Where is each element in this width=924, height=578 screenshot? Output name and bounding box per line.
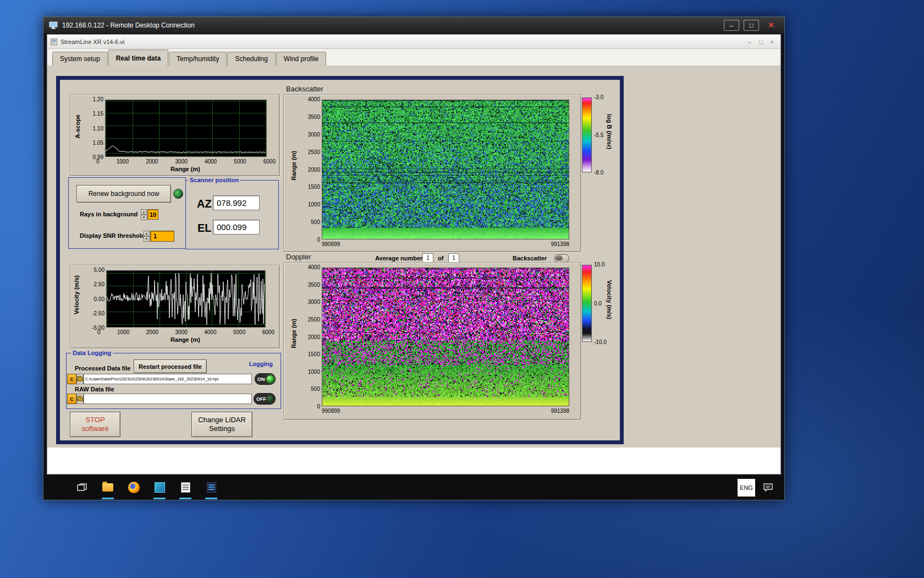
task-view-button[interactable] — [75, 475, 89, 500]
rdp-titlebar: 192.168.0.122 - Remote Desktop Connectio… — [43, 17, 784, 34]
rdp-window-title: 192.168.0.122 - Remote Desktop Connectio… — [62, 21, 195, 29]
backscatter-colorbar — [582, 97, 592, 172]
backscatter-plot-frame: Range (m) 400035003000250020001500100050… — [283, 94, 581, 252]
average-count-field[interactable]: 1 — [448, 253, 459, 263]
tick-label: 6000 — [262, 329, 274, 335]
scanner-position-title: Scanner position — [188, 176, 240, 184]
tab-wind-profile[interactable]: Wind profile — [276, 52, 326, 66]
change-lidar-settings-button[interactable]: Change LiDAR Settings — [191, 412, 252, 437]
close-button[interactable]: × — [763, 20, 779, 30]
average-number-field[interactable]: 1 — [422, 253, 433, 263]
ascope-plot-frame: A-scope 1.201.151.101.050.99 01000200030… — [70, 94, 280, 176]
rdp-window: 192.168.0.122 - Remote Desktop Connectio… — [43, 17, 785, 500]
of-label: of — [438, 255, 443, 261]
tick-label: 1.05 — [93, 140, 103, 146]
data-viewer-button[interactable] — [205, 475, 218, 500]
off-led-icon — [267, 395, 274, 402]
tab-system-setup[interactable]: System setup — [52, 52, 108, 66]
minimize-button[interactable]: – — [724, 20, 739, 31]
ascope-x-axis-label: Range (m) — [105, 166, 266, 172]
tick-label: -8.0 — [594, 170, 603, 176]
doppler-heatmap-canvas — [322, 268, 569, 406]
tick-label: 0 — [96, 159, 100, 165]
tab-scheduling[interactable]: Scheduling — [227, 52, 275, 66]
raw-data-file-path[interactable] — [84, 394, 252, 404]
photos-button[interactable] — [153, 475, 166, 500]
app-restore-button[interactable]: □ — [759, 39, 763, 45]
backscatter-x-end: 991398 — [531, 241, 569, 247]
tick-label: 0 — [317, 403, 320, 410]
tab-real-time-data[interactable]: Real time data — [108, 50, 168, 66]
ascope-y-ticks: 1.201.151.101.050.99 — [84, 96, 103, 160]
tab-temp-humidity[interactable]: Temp/humidity — [169, 52, 227, 66]
tick-label: 2500 — [308, 149, 320, 155]
processed-data-file-label: Processed Data file — [75, 365, 131, 372]
tick-label: -3.0 — [594, 94, 603, 100]
processed-data-file-path[interactable]: C:\Lidar\Data\Proc\2023\202309\20230914\… — [84, 374, 252, 384]
action-center-icon[interactable] — [763, 483, 773, 492]
processed-drive-badge: C — [67, 374, 76, 384]
scan-scheduler-icon — [181, 482, 190, 493]
settings-button-line1: Change LiDAR — [198, 416, 246, 424]
maximize-button[interactable]: □ — [744, 20, 759, 31]
rays-spinner[interactable]: ▲ ▼ — [141, 209, 147, 220]
spin-down-icon[interactable]: ▼ — [141, 215, 147, 220]
background-controls-box: Renew background now Rays in background … — [68, 177, 186, 249]
data-viewer-icon — [207, 482, 216, 493]
tick-label: 3500 — [308, 282, 320, 288]
folder-icon — [77, 377, 83, 381]
raw-browse-button[interactable] — [76, 394, 84, 404]
el-value-field[interactable]: 000.099 — [213, 220, 260, 235]
task-view-icon — [77, 483, 87, 492]
processed-logging-toggle[interactable]: ON — [255, 373, 276, 385]
tick-label: 1500 — [308, 351, 320, 357]
tick-label: 4000 — [308, 264, 320, 270]
tick-label: -10.0 — [594, 339, 607, 345]
doppler-title: Doppler — [286, 253, 311, 261]
renew-background-button[interactable]: Renew background now — [76, 185, 171, 203]
data-logging-title: Data Logging — [71, 349, 113, 357]
backscatter-title: Backscatter — [286, 85, 323, 93]
stop-button-line1: STOP — [85, 416, 105, 424]
snr-threshold-field[interactable]: 1 — [150, 231, 174, 242]
velocity-y-axis-label: Velocity (m/s) — [73, 275, 80, 314]
ascope-plot — [105, 100, 267, 157]
language-indicator[interactable]: ENG — [738, 479, 755, 497]
backscatter-y-axis-label: Range (m) — [290, 151, 297, 181]
ascope-x-ticks: 0100020003000400050006000 — [96, 159, 276, 165]
logging-label: Logging — [249, 361, 273, 367]
backscatter-display-toggle[interactable] — [554, 254, 569, 263]
tick-label: 1000 — [308, 201, 320, 208]
doppler-plot — [322, 268, 569, 406]
app-close-button[interactable]: × — [771, 39, 774, 45]
tick-label: 500 — [311, 386, 320, 392]
az-value-field[interactable]: 078.992 — [213, 195, 260, 210]
spin-up-icon[interactable]: ▲ — [144, 231, 150, 236]
app-titlebar: StreamLine XR v14-6.vi – □ × — [47, 35, 780, 49]
remote-screen: StreamLine XR v14-6.vi – □ × System setu… — [43, 34, 784, 500]
firefox-button[interactable] — [127, 475, 140, 500]
file-explorer-button[interactable] — [101, 475, 114, 500]
stop-software-button[interactable]: STOP software — [70, 412, 120, 437]
spin-down-icon[interactable]: ▼ — [144, 236, 150, 242]
backscatter-heatmap-canvas — [322, 100, 569, 239]
snr-spinner[interactable]: ▲ ▼ — [144, 231, 150, 242]
tick-label: 500 — [311, 219, 320, 225]
tick-label: 1.20 — [93, 96, 103, 102]
velocity-plot-frame: Velocity (m/s) 5.002.500.00-2.50-5.00 01… — [70, 265, 280, 348]
processed-browse-button[interactable] — [76, 374, 84, 384]
doppler-x-start: 990899 — [322, 408, 340, 414]
scan-scheduler-button[interactable] — [179, 475, 192, 500]
raw-data-file-label: RAW Data file — [75, 386, 114, 392]
rays-in-background-label: Rays in background — [80, 211, 138, 217]
rays-in-background-field[interactable]: 10 — [147, 209, 158, 220]
tick-label: 2000 — [146, 159, 158, 165]
spin-up-icon[interactable]: ▲ — [141, 209, 147, 215]
raw-logging-toggle[interactable]: OFF — [254, 393, 276, 405]
doppler-colorbar — [582, 265, 592, 342]
tick-label: 1000 — [117, 329, 129, 335]
tick-label: 1500 — [308, 184, 320, 190]
folder-icon — [102, 483, 113, 492]
app-minimize-button[interactable]: – — [748, 39, 751, 45]
restart-processed-file-button[interactable]: Restart processed file — [134, 359, 207, 373]
